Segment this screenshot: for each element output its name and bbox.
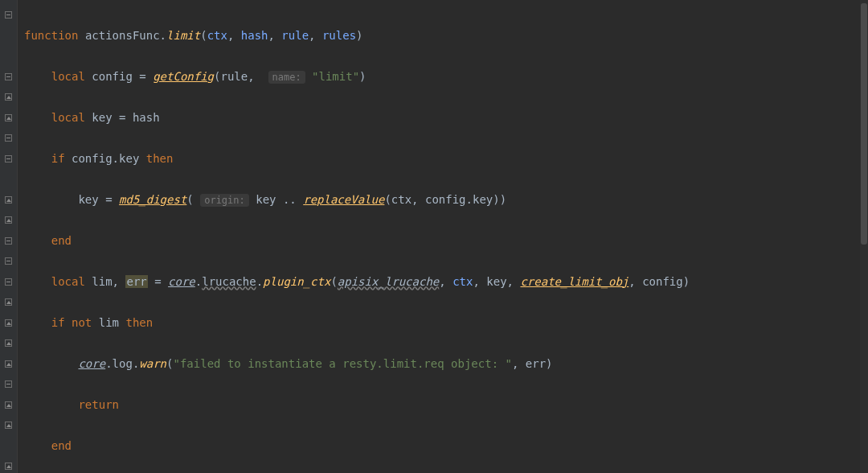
fold-expand-icon[interactable] bbox=[5, 360, 12, 368]
fold-collapse-icon[interactable] bbox=[5, 278, 12, 286]
fold-collapse-icon[interactable] bbox=[5, 155, 12, 162]
fold-collapse-icon[interactable] bbox=[5, 257, 12, 265]
code-line: end bbox=[18, 436, 862, 457]
fold-expand-icon[interactable] bbox=[5, 216, 12, 224]
code-line: end bbox=[18, 231, 862, 252]
code-line: local lim, err = core.lrucache.plugin_ct… bbox=[18, 272, 862, 293]
kw-function: function bbox=[24, 29, 78, 42]
fold-collapse-icon[interactable] bbox=[5, 134, 12, 142]
fold-expand-icon[interactable] bbox=[5, 319, 12, 327]
fold-collapse-icon[interactable] bbox=[5, 237, 12, 245]
fold-collapse-icon[interactable] bbox=[5, 73, 12, 80]
scrollbar-track[interactable] bbox=[860, 0, 868, 473]
code-line: local config = getConfig(rule, name: "li… bbox=[18, 67, 862, 88]
code-line: core.log.warn("failed to instantiate a r… bbox=[18, 354, 862, 375]
fold-collapse-icon[interactable] bbox=[5, 380, 12, 388]
code-line: if not lim then bbox=[18, 313, 862, 334]
code-line: function actionsFunc.limit(ctx, hash, ru… bbox=[18, 26, 862, 47]
fold-expand-icon[interactable] bbox=[5, 422, 12, 429]
fold-collapse-icon[interactable] bbox=[5, 11, 12, 19]
code-line: if config.key then bbox=[18, 149, 862, 170]
fold-expand-icon[interactable] bbox=[5, 196, 12, 204]
fold-expand-icon[interactable] bbox=[5, 463, 12, 470]
fold-expand-icon[interactable] bbox=[5, 93, 12, 101]
scrollbar-thumb[interactable] bbox=[861, 3, 867, 245]
code-line: return bbox=[18, 395, 862, 416]
fold-expand-icon[interactable] bbox=[5, 339, 12, 347]
code-line: key = md5_digest( origin: key .. replace… bbox=[18, 190, 862, 211]
unused-var: err bbox=[125, 275, 147, 288]
fold-expand-icon[interactable] bbox=[5, 114, 12, 121]
code-line: local key = hash bbox=[18, 108, 862, 129]
code-area: function actionsFunc.limit(ctx, hash, ru… bbox=[18, 5, 862, 473]
inlay-hint: origin: bbox=[200, 194, 249, 207]
inlay-hint: name: bbox=[268, 71, 305, 84]
fold-expand-icon[interactable] bbox=[5, 298, 12, 306]
fold-expand-icon[interactable] bbox=[5, 401, 12, 409]
editor-gutter bbox=[0, 0, 18, 473]
